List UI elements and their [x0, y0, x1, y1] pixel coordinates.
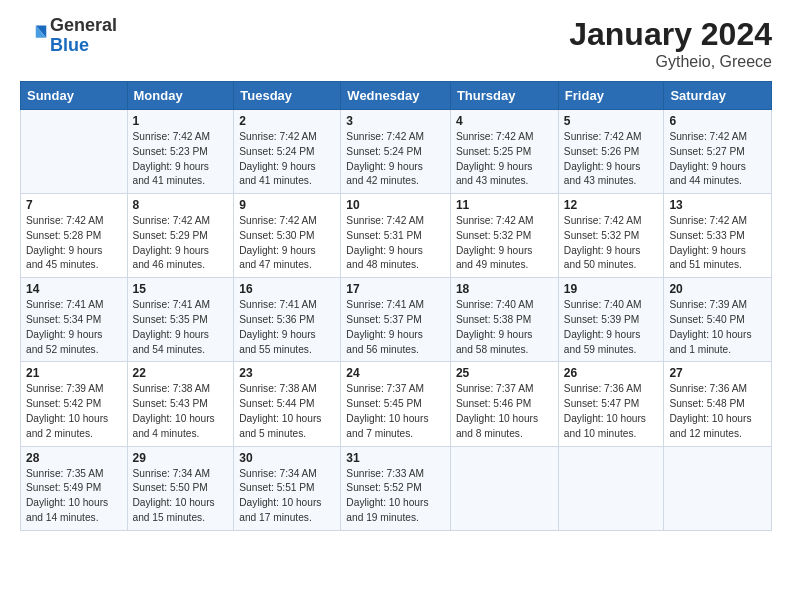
day-detail: Sunrise: 7:41 AMSunset: 5:37 PMDaylight:… — [346, 298, 445, 357]
day-cell: 13Sunrise: 7:42 AMSunset: 5:33 PMDayligh… — [664, 194, 772, 278]
day-cell: 21Sunrise: 7:39 AMSunset: 5:42 PMDayligh… — [21, 362, 128, 446]
day-cell: 27Sunrise: 7:36 AMSunset: 5:48 PMDayligh… — [664, 362, 772, 446]
day-cell: 20Sunrise: 7:39 AMSunset: 5:40 PMDayligh… — [664, 278, 772, 362]
day-detail: Sunrise: 7:35 AMSunset: 5:49 PMDaylight:… — [26, 467, 122, 526]
day-detail: Sunrise: 7:40 AMSunset: 5:39 PMDaylight:… — [564, 298, 659, 357]
day-cell — [558, 446, 664, 530]
day-cell: 6Sunrise: 7:42 AMSunset: 5:27 PMDaylight… — [664, 110, 772, 194]
day-cell: 23Sunrise: 7:38 AMSunset: 5:44 PMDayligh… — [234, 362, 341, 446]
day-number: 16 — [239, 282, 335, 296]
day-cell — [664, 446, 772, 530]
day-detail: Sunrise: 7:39 AMSunset: 5:40 PMDaylight:… — [669, 298, 766, 357]
day-detail: Sunrise: 7:42 AMSunset: 5:30 PMDaylight:… — [239, 214, 335, 273]
calendar-body: 1Sunrise: 7:42 AMSunset: 5:23 PMDaylight… — [21, 110, 772, 531]
day-number: 19 — [564, 282, 659, 296]
day-detail: Sunrise: 7:40 AMSunset: 5:38 PMDaylight:… — [456, 298, 553, 357]
week-row-1: 1Sunrise: 7:42 AMSunset: 5:23 PMDaylight… — [21, 110, 772, 194]
day-cell: 29Sunrise: 7:34 AMSunset: 5:50 PMDayligh… — [127, 446, 234, 530]
day-number: 13 — [669, 198, 766, 212]
day-number: 27 — [669, 366, 766, 380]
day-detail: Sunrise: 7:42 AMSunset: 5:25 PMDaylight:… — [456, 130, 553, 189]
day-cell: 1Sunrise: 7:42 AMSunset: 5:23 PMDaylight… — [127, 110, 234, 194]
page: General Blue January 2024 Gytheio, Greec… — [0, 0, 792, 612]
day-number: 28 — [26, 451, 122, 465]
header-tuesday: Tuesday — [234, 82, 341, 110]
day-detail: Sunrise: 7:41 AMSunset: 5:34 PMDaylight:… — [26, 298, 122, 357]
day-number: 21 — [26, 366, 122, 380]
week-row-3: 14Sunrise: 7:41 AMSunset: 5:34 PMDayligh… — [21, 278, 772, 362]
day-cell: 24Sunrise: 7:37 AMSunset: 5:45 PMDayligh… — [341, 362, 451, 446]
logo-blue: Blue — [50, 35, 89, 55]
day-cell: 18Sunrise: 7:40 AMSunset: 5:38 PMDayligh… — [450, 278, 558, 362]
day-cell: 15Sunrise: 7:41 AMSunset: 5:35 PMDayligh… — [127, 278, 234, 362]
day-detail: Sunrise: 7:36 AMSunset: 5:48 PMDaylight:… — [669, 382, 766, 441]
day-cell: 17Sunrise: 7:41 AMSunset: 5:37 PMDayligh… — [341, 278, 451, 362]
day-detail: Sunrise: 7:42 AMSunset: 5:28 PMDaylight:… — [26, 214, 122, 273]
week-row-5: 28Sunrise: 7:35 AMSunset: 5:49 PMDayligh… — [21, 446, 772, 530]
day-cell: 8Sunrise: 7:42 AMSunset: 5:29 PMDaylight… — [127, 194, 234, 278]
header: General Blue January 2024 Gytheio, Greec… — [20, 16, 772, 71]
day-detail: Sunrise: 7:38 AMSunset: 5:43 PMDaylight:… — [133, 382, 229, 441]
day-cell: 16Sunrise: 7:41 AMSunset: 5:36 PMDayligh… — [234, 278, 341, 362]
logo-general: General — [50, 15, 117, 35]
day-detail: Sunrise: 7:42 AMSunset: 5:33 PMDaylight:… — [669, 214, 766, 273]
day-detail: Sunrise: 7:42 AMSunset: 5:32 PMDaylight:… — [456, 214, 553, 273]
header-wednesday: Wednesday — [341, 82, 451, 110]
calendar-header: Sunday Monday Tuesday Wednesday Thursday… — [21, 82, 772, 110]
header-friday: Friday — [558, 82, 664, 110]
day-number: 31 — [346, 451, 445, 465]
day-cell: 28Sunrise: 7:35 AMSunset: 5:49 PMDayligh… — [21, 446, 128, 530]
day-detail: Sunrise: 7:37 AMSunset: 5:45 PMDaylight:… — [346, 382, 445, 441]
day-number: 15 — [133, 282, 229, 296]
day-detail: Sunrise: 7:42 AMSunset: 5:24 PMDaylight:… — [346, 130, 445, 189]
day-number: 14 — [26, 282, 122, 296]
header-sunday: Sunday — [21, 82, 128, 110]
day-cell: 12Sunrise: 7:42 AMSunset: 5:32 PMDayligh… — [558, 194, 664, 278]
calendar-table: Sunday Monday Tuesday Wednesday Thursday… — [20, 81, 772, 531]
header-monday: Monday — [127, 82, 234, 110]
logo-text: General Blue — [50, 16, 117, 56]
day-cell: 25Sunrise: 7:37 AMSunset: 5:46 PMDayligh… — [450, 362, 558, 446]
week-row-2: 7Sunrise: 7:42 AMSunset: 5:28 PMDaylight… — [21, 194, 772, 278]
day-number: 30 — [239, 451, 335, 465]
day-cell: 14Sunrise: 7:41 AMSunset: 5:34 PMDayligh… — [21, 278, 128, 362]
day-number: 7 — [26, 198, 122, 212]
day-number: 17 — [346, 282, 445, 296]
day-number: 1 — [133, 114, 229, 128]
day-detail: Sunrise: 7:42 AMSunset: 5:26 PMDaylight:… — [564, 130, 659, 189]
day-number: 8 — [133, 198, 229, 212]
day-cell: 2Sunrise: 7:42 AMSunset: 5:24 PMDaylight… — [234, 110, 341, 194]
day-detail: Sunrise: 7:37 AMSunset: 5:46 PMDaylight:… — [456, 382, 553, 441]
day-detail: Sunrise: 7:41 AMSunset: 5:35 PMDaylight:… — [133, 298, 229, 357]
calendar-title: January 2024 — [569, 16, 772, 53]
day-detail: Sunrise: 7:41 AMSunset: 5:36 PMDaylight:… — [239, 298, 335, 357]
header-saturday: Saturday — [664, 82, 772, 110]
day-detail: Sunrise: 7:42 AMSunset: 5:31 PMDaylight:… — [346, 214, 445, 273]
day-detail: Sunrise: 7:42 AMSunset: 5:27 PMDaylight:… — [669, 130, 766, 189]
day-number: 29 — [133, 451, 229, 465]
day-number: 5 — [564, 114, 659, 128]
day-detail: Sunrise: 7:42 AMSunset: 5:24 PMDaylight:… — [239, 130, 335, 189]
header-row: Sunday Monday Tuesday Wednesday Thursday… — [21, 82, 772, 110]
day-number: 12 — [564, 198, 659, 212]
day-cell: 22Sunrise: 7:38 AMSunset: 5:43 PMDayligh… — [127, 362, 234, 446]
day-number: 23 — [239, 366, 335, 380]
day-detail: Sunrise: 7:33 AMSunset: 5:52 PMDaylight:… — [346, 467, 445, 526]
day-number: 26 — [564, 366, 659, 380]
day-number: 6 — [669, 114, 766, 128]
day-detail: Sunrise: 7:38 AMSunset: 5:44 PMDaylight:… — [239, 382, 335, 441]
day-cell: 7Sunrise: 7:42 AMSunset: 5:28 PMDaylight… — [21, 194, 128, 278]
header-thursday: Thursday — [450, 82, 558, 110]
day-cell: 3Sunrise: 7:42 AMSunset: 5:24 PMDaylight… — [341, 110, 451, 194]
day-number: 2 — [239, 114, 335, 128]
day-detail: Sunrise: 7:39 AMSunset: 5:42 PMDaylight:… — [26, 382, 122, 441]
day-cell: 26Sunrise: 7:36 AMSunset: 5:47 PMDayligh… — [558, 362, 664, 446]
day-detail: Sunrise: 7:42 AMSunset: 5:29 PMDaylight:… — [133, 214, 229, 273]
day-number: 9 — [239, 198, 335, 212]
day-cell: 10Sunrise: 7:42 AMSunset: 5:31 PMDayligh… — [341, 194, 451, 278]
title-block: January 2024 Gytheio, Greece — [569, 16, 772, 71]
day-cell: 30Sunrise: 7:34 AMSunset: 5:51 PMDayligh… — [234, 446, 341, 530]
day-number: 4 — [456, 114, 553, 128]
day-number: 22 — [133, 366, 229, 380]
day-cell — [450, 446, 558, 530]
